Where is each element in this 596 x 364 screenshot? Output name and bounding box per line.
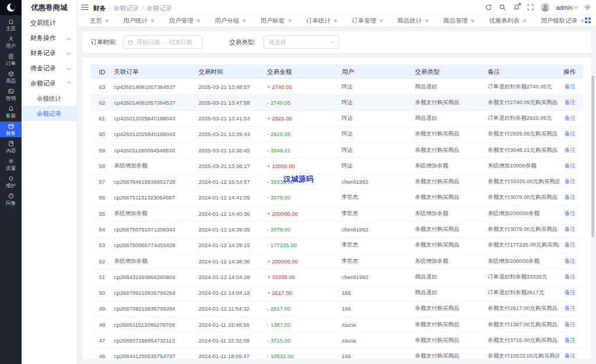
remark-link[interactable]: 备注 xyxy=(565,130,576,137)
sidebar-menu-交易统计[interactable]: 交易统计 xyxy=(22,15,77,30)
cell-time: 2025-03-21 13:47:58 xyxy=(198,99,267,106)
remark-link[interactable]: 备注 xyxy=(565,210,576,216)
tab-close-icon[interactable]: ✕ xyxy=(334,18,338,24)
cell-order-no: cp268709210936799264 xyxy=(114,290,198,296)
tab-用户标签[interactable]: 用户标签✕ xyxy=(254,16,298,26)
breadcrumb-item-余额记录[interactable]: 余额记录 xyxy=(147,5,172,12)
tab-label: 用户领取记录 xyxy=(541,17,577,25)
table-header-row: ID关联订单交易时间交易金额用户交易类型备注操作 xyxy=(91,65,583,79)
remark-link[interactable]: 备注 xyxy=(565,305,576,311)
cell-amount: + 2740.05 xyxy=(267,84,342,90)
settings-gear-icon[interactable] xyxy=(584,3,591,11)
order-icon xyxy=(8,53,15,60)
table-row: 60cp4260120258401880432025-03-21 13:39:4… xyxy=(91,127,583,142)
search-icon[interactable] xyxy=(499,3,506,11)
rail-item-订单[interactable]: 订单 xyxy=(0,52,22,67)
rail-item-维护[interactable]: 维护 xyxy=(0,174,22,190)
cell-time: 2024-01-11 18:09:47 xyxy=(198,353,267,359)
remark-link[interactable]: 备注 xyxy=(565,99,576,105)
main-area: 财务/余额记录/余额记录 admin xyxy=(78,0,596,364)
cell-user: chenli1982 xyxy=(342,179,415,185)
vertical-scrollbar[interactable] xyxy=(591,76,594,237)
table-row: 57cp2687848188369517282024-01-12 16:54:5… xyxy=(91,174,583,190)
remark-link[interactable]: 备注 xyxy=(565,241,576,248)
remark-link[interactable]: 备注 xyxy=(565,258,576,264)
tab-订单统计[interactable]: 订单统计✕ xyxy=(300,16,344,26)
remark-link[interactable]: 备注 xyxy=(565,289,576,295)
refresh-icon[interactable] xyxy=(485,3,492,11)
rail-item-设置[interactable]: 设置 xyxy=(0,156,22,172)
tab-close-icon[interactable]: ✕ xyxy=(470,18,475,24)
cell-user: 李世杰 xyxy=(342,194,415,201)
rail-item-商品[interactable]: 商品 xyxy=(0,69,22,85)
sidebar-submenu-余额记录[interactable]: 余额记录 xyxy=(22,106,77,121)
trade-type-select[interactable]: 请选择 xyxy=(264,35,339,49)
tab-close-icon[interactable]: ✕ xyxy=(425,18,430,24)
breadcrumb-item-余额记录[interactable]: 余额记录 xyxy=(113,5,139,12)
content-area: 订单时间: 开始日期 - 结束日期 交易类型: 请选择 ID关联订单交易时间交易… xyxy=(78,27,596,364)
tab-close-icon[interactable]: ✕ xyxy=(151,18,155,24)
remark-link[interactable]: 备注 xyxy=(565,162,576,169)
tab-close-icon[interactable]: ✕ xyxy=(196,18,201,24)
cell-user: chenli1982 xyxy=(342,274,415,280)
column-header-备注: 备注 xyxy=(488,68,559,76)
cell-id: 49 xyxy=(91,305,114,312)
rail-item-用户[interactable]: 用户 xyxy=(0,34,22,50)
table-row: 63cp4260140810573645372025-03-21 13:48:5… xyxy=(91,79,583,95)
tab-用户统计[interactable]: 用户统计✕ xyxy=(118,16,161,26)
remark-link[interactable]: 备注 xyxy=(565,273,576,280)
breadcrumb: 财务/余额记录/余额记录 xyxy=(93,2,172,13)
rail-item-客服[interactable]: 客服 xyxy=(0,104,22,120)
rail-item-内容[interactable]: 内容 xyxy=(0,139,22,155)
fullscreen-icon[interactable] xyxy=(527,3,534,11)
rail-item-问卷[interactable]: 问卷 xyxy=(0,191,22,207)
sidebar-menu-财务操作[interactable]: 财务操作 xyxy=(22,30,77,45)
user-menu[interactable]: admin xyxy=(556,4,577,11)
tab-商品管理[interactable]: 商品管理✕ xyxy=(437,16,481,26)
remark-link[interactable]: 备注 xyxy=(565,115,576,121)
sidebar-menu-财务记录[interactable]: 财务记录 xyxy=(22,45,77,60)
tab-close-icon[interactable]: ✕ xyxy=(242,18,247,24)
hamburger-menu-icon[interactable] xyxy=(81,5,88,10)
tab-用户管理[interactable]: 用户管理✕ xyxy=(163,16,207,26)
remark-link[interactable]: 备注 xyxy=(565,337,576,343)
cell-type: 余额支付购买商品 xyxy=(415,178,488,185)
tab-订单管理[interactable]: 订单管理✕ xyxy=(346,16,389,26)
tab-close-icon[interactable]: ✕ xyxy=(288,18,292,24)
cell-type: 余额支付购买商品 xyxy=(415,226,488,233)
tab-close-icon[interactable]: ✕ xyxy=(105,18,109,24)
date-range-input[interactable]: 开始日期 - 结束日期 xyxy=(123,35,203,49)
user-avatar[interactable] xyxy=(541,3,549,12)
remark-link[interactable]: 备注 xyxy=(565,352,576,359)
tab-商品统计[interactable]: 商品统计✕ xyxy=(392,16,435,26)
tab-close-icon[interactable]: ✕ xyxy=(522,18,527,24)
cell-actions: 备注 xyxy=(559,273,581,281)
remark-link[interactable]: 备注 xyxy=(565,226,576,232)
rail-item-主页[interactable]: 主页 xyxy=(0,17,22,33)
remark-link[interactable]: 备注 xyxy=(565,321,576,327)
sidebar-menu-余额记录[interactable]: 余额记录 xyxy=(22,76,77,91)
cell-amount: + 2925.05 xyxy=(267,115,342,122)
remark-link[interactable]: 备注 xyxy=(565,147,576,153)
tab-close-icon[interactable]: ✕ xyxy=(379,18,384,24)
rail-item-营销[interactable]: 营销 xyxy=(0,87,22,102)
sidebar-submenu-余额统计[interactable]: 余额统计 xyxy=(22,91,77,106)
tab-用户分组[interactable]: 用户分组✕ xyxy=(209,16,253,26)
notification-bell-icon[interactable] xyxy=(513,3,520,11)
remark-link[interactable]: 备注 xyxy=(565,194,576,200)
remark-link[interactable]: 备注 xyxy=(565,178,576,184)
tab-主页[interactable]: 主页✕ xyxy=(84,16,115,26)
tab-close-icon[interactable]: ✕ xyxy=(580,18,585,24)
settings-gear-icon xyxy=(8,158,15,165)
tab-优惠券列表[interactable]: 优惠券列表✕ xyxy=(483,16,533,26)
breadcrumb-item-财务[interactable]: 财务 xyxy=(93,5,106,12)
table-row: 50cp2687092109367992642024-01-12 14:04:1… xyxy=(91,285,583,301)
remark-link[interactable]: 备注 xyxy=(565,83,576,90)
tab-用户领取记录[interactable]: 用户领取记录✕ xyxy=(535,16,585,26)
cell-user: 166 xyxy=(342,353,415,359)
tab-options-grid-icon[interactable] xyxy=(585,17,591,24)
cell-type: 系统增加余额 xyxy=(415,162,488,170)
tab-label: 用户管理 xyxy=(169,17,193,25)
rail-item-财务[interactable]: 财务 xyxy=(0,122,22,137)
sidebar-menu-佣金记录[interactable]: 佣金记录 xyxy=(22,60,77,76)
